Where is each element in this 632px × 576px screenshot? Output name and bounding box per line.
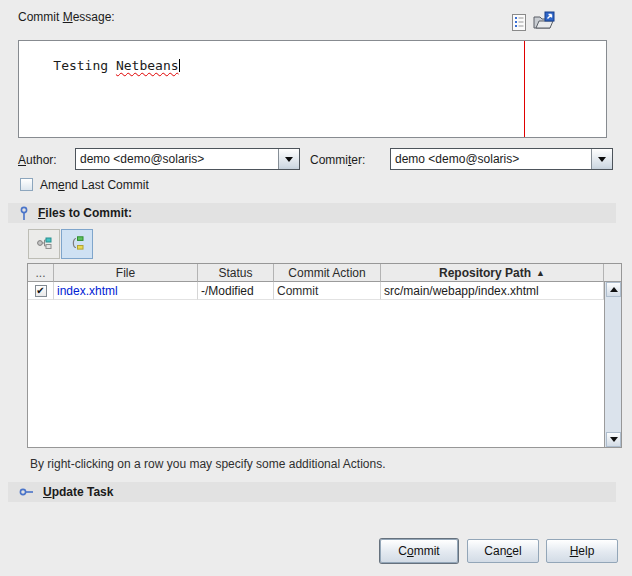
flat-view-icon (36, 235, 52, 254)
open-folder-icon (532, 20, 555, 35)
author-combobox[interactable]: demo <demo@solaris> (75, 148, 300, 170)
files-to-commit-section-header[interactable]: Files to Commit: (8, 203, 616, 223)
update-task-section-header[interactable]: Update Task (8, 482, 616, 502)
update-task-title: Update Task (43, 485, 113, 499)
column-header-commit-action[interactable]: Commit Action (274, 264, 381, 282)
help-button[interactable]: Help (546, 539, 618, 563)
committer-value[interactable]: demo <demo@solaris> (391, 149, 591, 169)
amend-last-commit-label: Amend Last Commit (40, 178, 149, 192)
sort-ascending-icon: ▲ (536, 268, 545, 278)
author-value[interactable]: demo <demo@solaris> (76, 149, 278, 169)
chevron-down-icon (598, 157, 606, 162)
tree-view-icon (69, 235, 85, 254)
row-repository-path-cell: src/main/webapp/index.xhtml (381, 282, 604, 300)
author-label: Author: (18, 153, 57, 167)
row-checkbox-checked[interactable]: ✔ (35, 285, 47, 297)
column-header-select[interactable]: ... (28, 264, 54, 282)
scroll-up-button[interactable] (606, 282, 621, 297)
section-expanded-icon[interactable] (19, 206, 29, 221)
table-header-corner (604, 264, 621, 282)
committer-label: Commiter: (310, 153, 365, 167)
row-select-cell: ✔ (28, 282, 54, 300)
files-table: ... File Status Commit Action Repository… (27, 263, 622, 448)
text-caret (179, 59, 180, 72)
triangle-up-icon (610, 287, 618, 292)
triangle-down-icon (610, 437, 618, 442)
label-text: Commit (18, 10, 63, 24)
git-commit-dialog: Commit Message: T (0, 0, 632, 576)
commit-message-text: Testing Netbeans (53, 58, 178, 73)
commit-button[interactable]: Commit (380, 539, 458, 563)
amend-last-commit-checkbox[interactable] (20, 178, 33, 191)
row-status-cell: -/Modified (198, 282, 274, 300)
vertical-scrollbar[interactable] (604, 282, 621, 447)
section-collapsed-icon[interactable] (19, 487, 34, 497)
right-click-hint-text: By right-clicking on a row you may speci… (30, 457, 386, 471)
message-template-icon (510, 20, 528, 35)
recent-messages-button[interactable] (509, 13, 529, 33)
files-table-header: ... File Status Commit Action Repository… (28, 264, 621, 282)
commit-message-label: Commit Message: (18, 10, 115, 24)
column-header-repository-path[interactable]: Repository Path▲ (381, 264, 604, 282)
right-margin-line (524, 41, 525, 137)
commit-message-textarea[interactable]: Testing Netbeans (18, 40, 607, 138)
cancel-button[interactable]: Cancel (467, 539, 539, 563)
files-to-commit-title: Files to Commit: (38, 206, 132, 220)
misspelled-word: Netbeans (116, 58, 179, 73)
row-commit-action-cell: Commit (274, 282, 381, 300)
chevron-down-icon (285, 157, 293, 162)
table-row[interactable]: ✔ index.xhtml -/Modified Commit src/main… (28, 282, 621, 300)
flat-view-toggle-button[interactable] (28, 229, 60, 259)
column-header-file[interactable]: File (54, 264, 198, 282)
committer-combobox[interactable]: demo <demo@solaris> (390, 148, 613, 170)
scroll-down-button[interactable] (606, 432, 621, 447)
label-text: essage: (73, 10, 115, 24)
author-dropdown-button[interactable] (278, 149, 299, 169)
load-template-button[interactable] (531, 11, 555, 33)
column-header-status[interactable]: Status (198, 264, 274, 282)
label-mnemonic: M (63, 10, 73, 24)
tree-view-toggle-button[interactable] (61, 229, 93, 259)
row-file-cell: index.xhtml (54, 282, 198, 300)
committer-dropdown-button[interactable] (591, 149, 612, 169)
